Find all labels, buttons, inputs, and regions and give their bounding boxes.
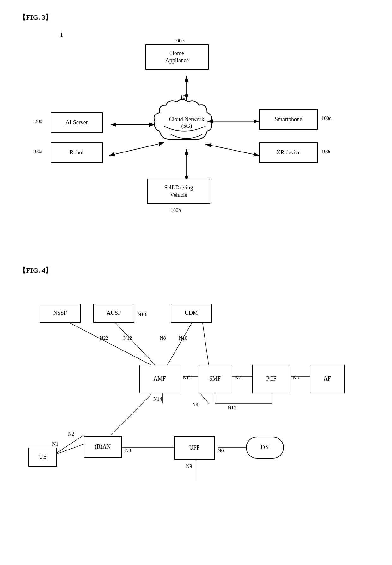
fig3-ref-100b: 100b [171, 208, 181, 213]
fig4-label: 【FIG. 4】 [19, 266, 373, 275]
fig3-ref-100d: 100d [322, 115, 332, 121]
fig4-n10-label: N10 [179, 335, 187, 341]
home-appliance-box: Home Appliance [145, 44, 209, 70]
svg-line-14 [168, 321, 193, 365]
svg-line-15 [202, 321, 209, 365]
svg-line-7 [109, 143, 164, 156]
fig4-n14-label: N14 [153, 396, 162, 402]
robot-box: Robot [51, 142, 103, 163]
svg-line-20 [199, 392, 209, 403]
svg-line-8 [205, 144, 259, 156]
fig4-n7-label: N7 [235, 375, 241, 381]
fig3-ref-100c: 100c [322, 149, 331, 154]
self-driving-box: Self-Driving Vehicle [147, 179, 210, 204]
fig3-ref-100e: 100e [174, 38, 184, 44]
svg-line-23 [111, 394, 152, 435]
fig4-n13-label: N13 [138, 312, 146, 317]
fig4-n3-label: N3 [125, 448, 131, 453]
fig4-diagram: NSSF AUSF N13 UDM N22 N12 N8 N10 AMF N11… [19, 280, 373, 501]
ran-box: (R)AN [84, 436, 122, 458]
fig4-n8-label: N8 [160, 335, 166, 341]
ausf-box: AUSF [93, 304, 134, 323]
fig4-n5-label: N5 [293, 375, 299, 381]
fig3-label: 【FIG. 3】 [19, 13, 373, 22]
fig3-diagram: 1 Home Appliance 100e AI Server 200 Clou… [19, 25, 373, 247]
fig4-n12-label: N12 [123, 335, 132, 341]
smartphone-box: Smartphone [259, 109, 318, 130]
fig3-ref-1: 1 [60, 32, 63, 38]
pcf-box: PCF [252, 365, 290, 393]
cloud-network-label: Cloud Network (5G) [156, 100, 217, 146]
af-box: AF [310, 365, 345, 393]
dn-box: DN [246, 437, 284, 459]
fig3-ref-100a: 100a [33, 149, 42, 154]
ai-server-box: AI Server [51, 112, 103, 133]
fig4-n9-label: N9 [186, 463, 192, 469]
fig4-n2-label: N2 [68, 431, 74, 437]
xr-device-box: XR device [259, 142, 318, 163]
amf-box: AMF [139, 365, 180, 393]
fig4-n6-label: N6 [217, 448, 224, 453]
upf-box: UPF [174, 436, 215, 460]
ue-box: UE [28, 448, 57, 467]
fig4-n11-label: N11 [183, 375, 191, 381]
fig3-ref-200: 200 [35, 119, 42, 124]
svg-line-13 [114, 321, 155, 365]
fig4-n4-label: N4 [192, 402, 199, 407]
fig4-n15-label: N15 [228, 405, 236, 411]
fig4-n22-label: N22 [100, 335, 108, 341]
fig3-ref-10: 10 [180, 94, 185, 100]
fig4-n1-label: N1 [52, 441, 58, 447]
nssf-box: NSSF [40, 304, 81, 323]
smf-box: SMF [198, 365, 232, 393]
svg-line-12 [66, 321, 152, 365]
page: 【FIG. 3】 [0, 0, 392, 565]
cloud-shape [154, 99, 212, 139]
udm-box: UDM [171, 304, 212, 323]
